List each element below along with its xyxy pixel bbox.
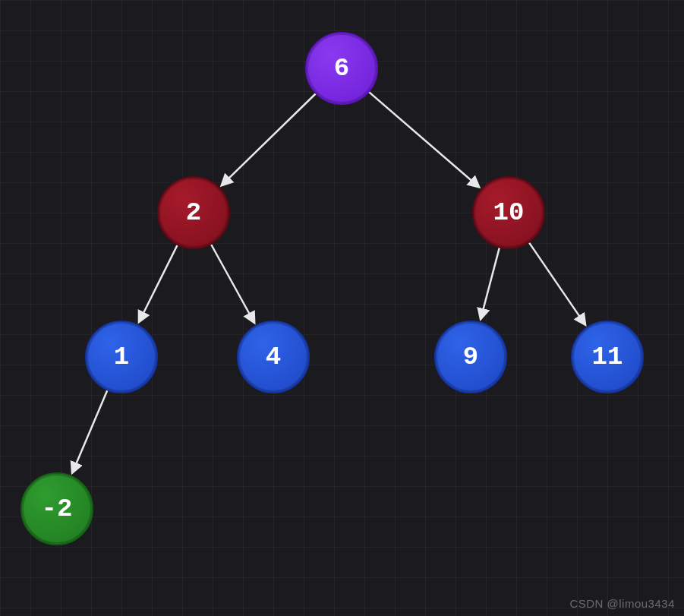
tree-node-6: 6 <box>305 32 378 105</box>
watermark-text: CSDN @limou3434 <box>569 597 675 610</box>
node-label: 4 <box>266 343 281 371</box>
tree-edge <box>222 93 315 185</box>
node-label: 1 <box>114 343 129 371</box>
node-label: 9 <box>463 343 478 371</box>
tree-edge <box>481 248 500 318</box>
tree-node-4: 4 <box>237 321 310 393</box>
tree-node--2: -2 <box>20 472 93 545</box>
node-label: 10 <box>493 198 525 227</box>
tree-node-1: 1 <box>85 321 158 393</box>
node-label: 2 <box>186 198 201 227</box>
tree-edge <box>529 243 585 324</box>
tree-edge <box>211 245 254 322</box>
tree-node-11: 11 <box>571 321 644 393</box>
tree-edge <box>139 245 177 322</box>
tree-edge <box>369 92 478 187</box>
tree-node-9: 9 <box>434 321 507 393</box>
node-label: 11 <box>592 343 623 371</box>
node-label: -2 <box>42 494 73 523</box>
node-label: 6 <box>334 54 349 83</box>
tree-node-2: 2 <box>157 176 230 249</box>
tree-node-10: 10 <box>472 176 545 249</box>
tree-edge <box>72 390 107 472</box>
